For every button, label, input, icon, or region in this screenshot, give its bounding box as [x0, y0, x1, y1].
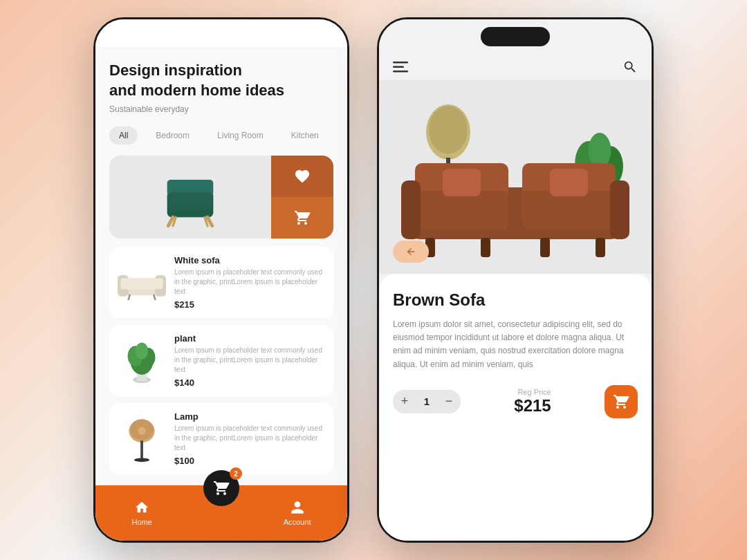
- wishlist-button[interactable]: [271, 156, 333, 197]
- quantity-control: + 1 −: [393, 390, 461, 413]
- cart-icon: [294, 209, 311, 226]
- svg-rect-10: [120, 278, 163, 289]
- category-filter: All Bedroom Living Room Kitchen: [109, 127, 333, 144]
- product-info: White sofa Lorem ipsum is placeholder te…: [174, 255, 325, 310]
- svg-point-28: [429, 106, 468, 154]
- cat-all[interactable]: All: [109, 127, 138, 144]
- nav-account[interactable]: Account: [284, 500, 311, 526]
- nav-home-label: Home: [131, 518, 151, 526]
- product-price: $140: [174, 377, 325, 388]
- qty-plus-button[interactable]: +: [393, 390, 416, 413]
- svg-rect-43: [610, 180, 629, 239]
- svg-point-22: [133, 458, 149, 462]
- cat-bedroom[interactable]: Bedroom: [146, 127, 199, 144]
- product-description-long: Lorem ipsum dolor sit amet, consectetur …: [393, 318, 638, 371]
- product-image: [118, 340, 166, 382]
- svg-rect-24: [393, 62, 408, 64]
- phone-2: Brown Sofa Lorem ipsum dolor sit amet, c…: [377, 17, 654, 543]
- svg-rect-48: [443, 169, 481, 196]
- menu-button[interactable]: [393, 62, 408, 73]
- account-icon: [290, 500, 305, 515]
- svg-rect-2: [168, 193, 212, 210]
- svg-rect-45: [481, 238, 490, 257]
- cart-fab-button[interactable]: 2: [203, 470, 239, 506]
- search-button[interactable]: [622, 59, 638, 75]
- chair-illustration: [156, 166, 225, 228]
- price-block: Reg Price $215: [514, 388, 551, 416]
- reg-price-label: Reg Price: [514, 388, 551, 396]
- product-name: Lamp: [174, 411, 325, 422]
- phone2-header: [379, 54, 652, 80]
- svg-point-23: [138, 427, 145, 434]
- svg-rect-26: [393, 71, 408, 73]
- phone-1: Design inspirationand modern home ideas …: [93, 17, 349, 543]
- hero-subtitle: Sustainable everyday: [109, 104, 333, 114]
- sofa-hero-image: [379, 80, 652, 274]
- svg-rect-46: [540, 238, 550, 257]
- svg-rect-40: [415, 191, 508, 229]
- cat-living-room[interactable]: Living Room: [208, 127, 273, 144]
- product-image: [118, 418, 166, 460]
- back-button[interactable]: [393, 241, 429, 263]
- product-description: Lorem ipsum is placeholder text commonly…: [174, 268, 325, 297]
- svg-rect-47: [596, 238, 605, 257]
- search-icon: [622, 59, 638, 75]
- svg-point-18: [136, 343, 149, 360]
- cat-kitchen[interactable]: Kitchen: [282, 127, 329, 144]
- home-icon: [134, 500, 149, 515]
- featured-actions: [271, 156, 333, 239]
- phone2-top-bar: [379, 19, 652, 54]
- product-info: plant Lorem ipsum is placeholder text co…: [174, 333, 325, 388]
- product-title: Brown Sofa: [393, 290, 638, 310]
- sofa-illustration: [118, 265, 166, 300]
- phone2-content: Brown Sofa Lorem ipsum dolor sit amet, c…: [379, 54, 652, 541]
- product-plant[interactable]: plant Lorem ipsum is placeholder text co…: [109, 325, 333, 396]
- nav-home[interactable]: Home: [131, 500, 151, 526]
- heart-icon: [294, 168, 311, 185]
- product-price-main: $215: [514, 396, 551, 416]
- svg-rect-41: [522, 191, 616, 229]
- product-name: White sofa: [174, 255, 325, 265]
- product-description: Lorem ipsum is placeholder text commonly…: [174, 346, 325, 375]
- svg-line-12: [154, 295, 156, 299]
- product-description: Lorem ipsum is placeholder text commonly…: [174, 424, 325, 453]
- featured-card: [109, 156, 333, 239]
- qty-value: 1: [416, 395, 437, 407]
- product-price: $100: [174, 456, 325, 466]
- product-lamp[interactable]: Lamp Lorem ipsum is placeholder text com…: [109, 403, 333, 474]
- product-name: plant: [174, 333, 325, 344]
- dynamic-island: [481, 27, 550, 46]
- bottom-navigation: Home Account 2: [95, 485, 347, 541]
- cart-add-icon: [613, 393, 629, 410]
- svg-rect-42: [401, 180, 421, 239]
- brown-sofa-illustration: [398, 149, 633, 260]
- purchase-row: + 1 − Reg Price $215: [393, 385, 638, 418]
- menu-icon: [393, 62, 408, 73]
- nav-account-label: Account: [284, 518, 311, 526]
- plant-illustration: [121, 338, 163, 383]
- product-white-sofa[interactable]: White sofa Lorem ipsum is placeholder te…: [109, 247, 333, 318]
- qty-minus-button[interactable]: −: [437, 390, 461, 413]
- svg-rect-21: [140, 440, 143, 458]
- cart-fab-icon: [213, 480, 230, 496]
- phone1-status-bar: [95, 19, 347, 47]
- product-detail: Brown Sofa Lorem ipsum dolor sit amet, c…: [379, 274, 652, 541]
- phone1-scroll-area: Design inspirationand modern home ideas …: [95, 47, 347, 485]
- svg-rect-25: [393, 66, 404, 68]
- back-arrow-icon: [405, 246, 416, 257]
- svg-line-11: [129, 295, 130, 299]
- add-to-cart-main-button[interactable]: [605, 385, 638, 418]
- hero-title: Design inspirationand modern home ideas: [109, 61, 333, 100]
- add-to-cart-button[interactable]: [271, 197, 333, 239]
- product-price: $215: [174, 299, 325, 310]
- featured-img: [109, 156, 271, 239]
- product-info: Lamp Lorem ipsum is placeholder text com…: [174, 411, 325, 466]
- cart-count-badge: 2: [230, 467, 242, 480]
- phone1-content: Design inspirationand modern home ideas …: [95, 47, 347, 541]
- lamp-illustration: [123, 415, 161, 463]
- product-image: [118, 262, 166, 304]
- svg-rect-49: [550, 169, 588, 196]
